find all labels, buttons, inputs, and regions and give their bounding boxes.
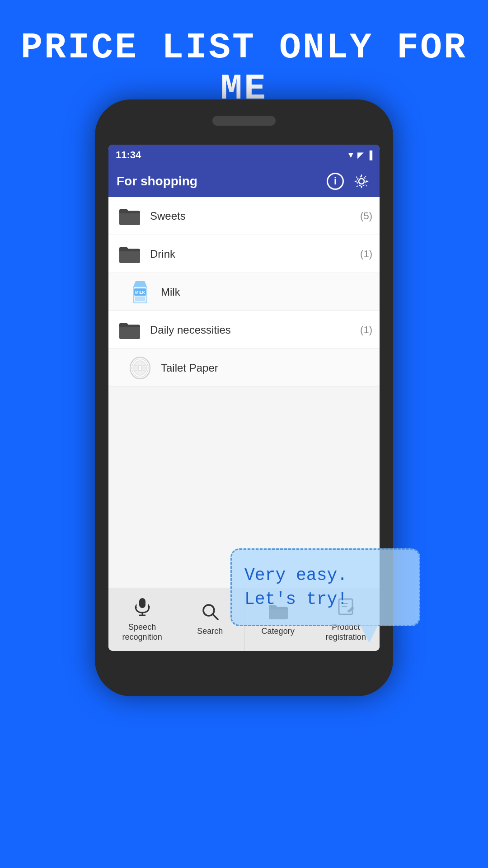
toilet-paper-icon <box>127 354 154 382</box>
milk-icon: MILK <box>127 278 154 306</box>
tooltip-line1: Very easy. <box>244 566 347 585</box>
svg-text:–: – <box>133 244 137 250</box>
status-icons: ▼ ◤ ▐ <box>347 150 372 160</box>
nav-speech-label: Speech recognition <box>110 623 174 642</box>
svg-text:MILK: MILK <box>135 290 145 295</box>
app-bar-title: For shopping <box>117 174 319 189</box>
svg-line-21 <box>213 614 218 619</box>
svg-marker-5 <box>133 281 147 287</box>
list-item[interactable]: MILK Milk <box>108 273 380 311</box>
battery-icon: ▐ <box>366 151 372 160</box>
gear-icon <box>353 173 370 189</box>
svg-point-0 <box>359 179 364 184</box>
phone-body: 11:34 ▼ ◤ ▐ For shopping i <box>95 99 393 696</box>
wifi-icon: ▼ <box>347 151 355 160</box>
app-bar: For shopping i <box>108 165 380 197</box>
milk-label: Milk <box>161 286 372 298</box>
toilet-paper-label: Tailet Paper <box>161 362 372 374</box>
tooltip-text: Very easy. Let's try! <box>244 563 406 611</box>
svg-rect-17 <box>139 598 145 608</box>
page-title: PRICE LIST ONLY FOR ME <box>0 0 488 109</box>
info-button[interactable]: i <box>325 171 345 191</box>
nav-category-label: Category <box>262 627 295 637</box>
svg-text:+: + <box>133 206 136 212</box>
daily-label: Daily necessities <box>150 324 360 336</box>
sweets-count: (5) <box>360 210 372 222</box>
app-background: PRICE LIST ONLY FOR ME 11:34 ▼ ◤ ▐ <box>0 0 488 868</box>
nav-search-label: Search <box>197 627 223 637</box>
sweets-label: Sweets <box>150 210 360 222</box>
list-item[interactable]: – Drink (1) <box>108 235 380 273</box>
tooltip-bubble: Very easy. Let's try! <box>230 548 420 626</box>
list-item[interactable]: Tailet Paper <box>108 349 380 387</box>
svg-rect-8 <box>135 297 145 301</box>
drink-label: Drink <box>150 248 360 260</box>
daily-count: (1) <box>360 324 372 336</box>
phone-speaker <box>212 116 276 126</box>
settings-button[interactable] <box>352 171 371 191</box>
list-item[interactable]: + Sweets (5) <box>108 197 380 235</box>
info-icon: i <box>327 173 344 190</box>
folder-plus-icon: + <box>116 203 143 230</box>
signal-icon: ◤ <box>357 150 364 160</box>
svg-text:–: – <box>133 320 137 326</box>
phone-device: 11:34 ▼ ◤ ▐ For shopping i <box>95 99 393 696</box>
status-bar: 11:34 ▼ ◤ ▐ <box>108 145 380 165</box>
tooltip-line2: Let's try! <box>244 590 347 609</box>
nav-speech-recognition[interactable]: Speech recognition <box>108 588 176 651</box>
folder-minus-icon: – <box>116 241 143 268</box>
search-icon <box>202 603 219 623</box>
drink-count: (1) <box>360 248 372 260</box>
folder-daily-icon: – <box>116 316 143 344</box>
mic-icon <box>134 597 151 619</box>
list-item[interactable]: – Daily necessities (1) <box>108 311 380 349</box>
status-time: 11:34 <box>116 149 141 161</box>
